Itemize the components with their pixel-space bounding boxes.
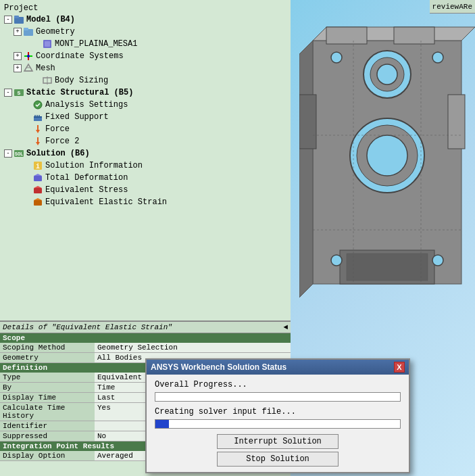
body-sizing-icon (42, 75, 53, 86)
equiv-strain-label: Equivalent Elastic Strain (45, 197, 167, 207)
mont-label: MONT_PLAINA_MESA1 (55, 39, 137, 49)
svg-point-56 (432, 52, 443, 63)
scope-method-key: Scoping Method (0, 343, 95, 353)
geometry-label: Geometry (36, 27, 75, 37)
equiv-stress-icon (32, 185, 43, 195)
tree-project-label: Project (3, 3, 288, 14)
force-label: Force (45, 124, 70, 134)
svg-text:SOL: SOL (15, 151, 24, 157)
mont-icon (42, 39, 53, 49)
solution-icon: SOL (14, 148, 24, 159)
sol-info-icon: i (32, 160, 43, 171)
table-row: Scoping Method Geometry Selection (0, 343, 291, 353)
def-display-time-key: Display Time (0, 393, 95, 403)
tree-item-sol-info[interactable]: i Solution Information (3, 160, 288, 172)
def-suppressed-key: Suppressed (0, 431, 95, 442)
tree-item-solution[interactable]: - SOL Solution (B6) (3, 147, 288, 160)
sol-info-label: Solution Information (45, 161, 143, 170)
svg-point-8 (27, 55, 30, 57)
details-pin[interactable]: ◄ (283, 323, 288, 331)
int-display-key: Display Option (0, 451, 95, 461)
svg-rect-47 (299, 95, 316, 149)
dialog-title: ANSYS Workbench Solution Status (151, 362, 286, 372)
details-title: Details of "Equivalent Elastic Strain" (3, 323, 172, 331)
expand-static[interactable]: - (4, 89, 12, 97)
dialog-content: Overall Progress... Creating solver inpu… (147, 375, 409, 472)
solution-label: Solution (B6) (26, 149, 90, 158)
tree-item-mesh[interactable]: + Mesh (3, 62, 288, 74)
def-calc-key: Calculate Time History (0, 403, 95, 421)
mesh-label: Mesh (36, 64, 55, 73)
total-deform-icon (32, 172, 43, 183)
svg-marker-31 (34, 174, 42, 176)
scope-method-val: Geometry Selection (95, 343, 291, 353)
dialog-buttons: Interrupt Solution Stop Solution (155, 434, 401, 467)
expand-mesh[interactable]: + (14, 64, 22, 72)
expand-coord[interactable]: + (14, 52, 22, 60)
tree-item-equiv-strain[interactable]: Equivalent Elastic Strain (3, 196, 288, 208)
force2-icon (32, 136, 43, 147)
model-icon (14, 14, 24, 25)
svg-text:i: i (36, 163, 40, 170)
def-type-key: Type (0, 373, 95, 383)
dialog-close-button[interactable]: X (394, 362, 405, 373)
geometry-icon (23, 26, 34, 37)
dialog-title-bar: ANSYS Workbench Solution Status X (147, 360, 409, 375)
equiv-strain-icon (32, 197, 43, 208)
svg-point-41 (367, 135, 407, 176)
svg-point-57 (331, 255, 342, 266)
tree-item-force2[interactable]: Force 2 (3, 135, 288, 147)
coord-icon (23, 51, 34, 62)
tree-item-analysis[interactable]: Analysis Settings (3, 99, 288, 111)
force2-label: Force 2 (45, 137, 79, 146)
svg-point-58 (432, 255, 443, 266)
tree-item-fixed[interactable]: Fixed Support (3, 111, 288, 123)
svg-marker-35 (34, 198, 42, 200)
overall-progress-bar (155, 392, 401, 402)
svg-rect-46 (347, 254, 428, 281)
def-by-key: By (0, 383, 95, 393)
svg-point-44 (377, 64, 397, 85)
svg-marker-37 (299, 41, 313, 298)
tree-item-equiv-stress[interactable]: Equivalent Stress (3, 184, 288, 196)
tree-item-model[interactable]: - Model (B4) (3, 14, 288, 26)
mesh-icon (23, 63, 34, 74)
tree-item-static[interactable]: - S Static Structural (B5) (3, 87, 288, 99)
project-label: Project (4, 3, 38, 13)
tree-item-mont[interactable]: MONT_PLAINA_MESA1 (3, 38, 288, 50)
expand-geometry[interactable]: + (14, 28, 22, 36)
svg-rect-34 (34, 200, 42, 206)
svg-text:S: S (18, 90, 21, 96)
creating-progress-bar (155, 419, 401, 429)
details-scope-header: Scope (0, 333, 291, 343)
tree-item-force[interactable]: Force (3, 123, 288, 135)
3d-model (299, 0, 475, 325)
svg-rect-50 (394, 27, 434, 44)
tree-item-geometry[interactable]: + Geometry (3, 26, 288, 38)
tree-item-coord[interactable]: + Coordinate Systems (3, 50, 288, 62)
tree-item-body-sizing[interactable]: Body Sizing (3, 74, 288, 87)
overall-progress-label: Overall Progress... (155, 380, 401, 389)
tree-section: Project - Model (B4) + Geometry MONT_PLA… (0, 0, 291, 320)
force-icon (32, 124, 43, 135)
svg-rect-49 (326, 27, 367, 44)
svg-marker-33 (34, 186, 42, 188)
tree-item-total-deform[interactable]: Total Deformation (3, 172, 288, 184)
svg-rect-32 (34, 188, 42, 193)
details-header: Details of "Equivalent Elastic Strain" ◄ (0, 322, 291, 333)
fixed-label: Fixed Support (45, 112, 109, 122)
svg-rect-30 (34, 176, 42, 181)
svg-rect-48 (448, 95, 465, 149)
analysis-icon (32, 99, 43, 110)
expand-solution[interactable]: - (4, 149, 12, 158)
stop-solution-button[interactable]: Stop Solution (217, 452, 339, 467)
fixed-icon (32, 112, 43, 122)
def-id-key: Identifier (0, 421, 95, 431)
coord-label: Coordinate Systems (36, 51, 124, 61)
solution-status-dialog[interactable]: ANSYS Workbench Solution Status X Overal… (145, 358, 410, 473)
svg-rect-1 (14, 16, 19, 18)
static-label: Static Structural (B5) (26, 88, 133, 97)
model-label: Model (B4) (26, 15, 75, 24)
expand-model[interactable]: - (4, 16, 12, 24)
interrupt-solution-button[interactable]: Interrupt Solution (217, 434, 339, 449)
